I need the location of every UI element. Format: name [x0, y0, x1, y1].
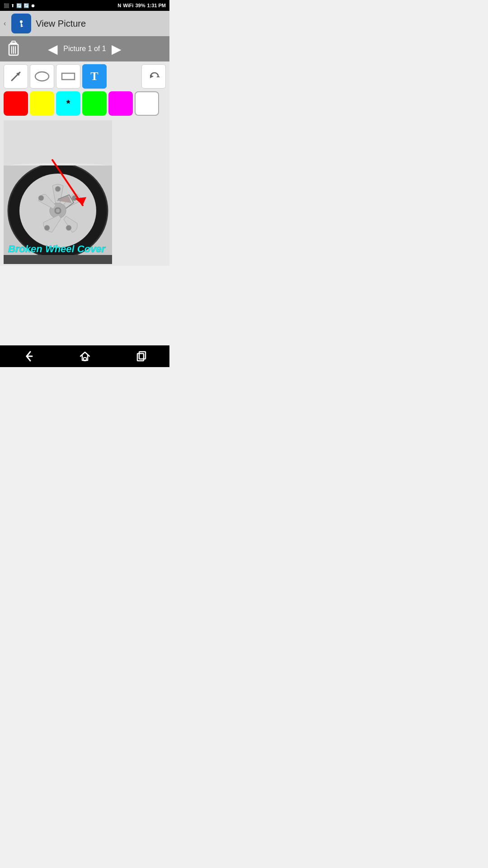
status-icon-1: ⬛	[4, 3, 9, 8]
app-header: ‹ View Picture	[0, 11, 169, 36]
svg-point-26	[44, 225, 50, 231]
trash-icon	[6, 41, 21, 57]
svg-rect-36	[139, 352, 145, 359]
status-right-icons: N WiFi 39% 1:31 PM	[117, 3, 166, 8]
status-bar: ⬛ ⬆ 🔄 🔄 ⏺ N WiFi 39% 1:31 PM	[0, 0, 169, 11]
svg-point-27	[38, 195, 44, 201]
battery-percent: 39%	[135, 3, 145, 8]
rect-tool-icon	[60, 70, 76, 83]
wheel-image-svg: Broken Wheel Cover	[4, 120, 112, 264]
status-icon-3: 🔄	[16, 3, 22, 8]
back-nav-icon	[22, 350, 35, 363]
right-empty-area	[112, 120, 166, 264]
toolbar: T *	[0, 61, 169, 118]
svg-point-22	[56, 209, 60, 212]
wifi-icon: WiFi	[123, 3, 133, 8]
picture-navigation: ◀ Picture 1 of 1 ▶	[48, 42, 121, 57]
svg-rect-14	[62, 73, 75, 80]
tool-buttons-row: T	[4, 64, 166, 89]
svg-point-25	[66, 225, 71, 231]
nfc-icon: N	[117, 3, 121, 8]
undo-icon	[147, 70, 160, 83]
arrow-tool-icon	[9, 70, 22, 83]
color-cyan-button[interactable]: *	[56, 91, 80, 116]
app-title: View Picture	[36, 19, 86, 29]
svg-point-13	[35, 72, 49, 81]
ellipse-tool-icon	[34, 70, 50, 83]
svg-rect-29	[4, 255, 112, 264]
rect-tool-button[interactable]	[56, 64, 80, 89]
ellipse-tool-button[interactable]	[30, 64, 54, 89]
status-icon-2: ⬆	[11, 3, 14, 8]
svg-rect-4	[21, 24, 23, 25]
nav-bar: ◀ Picture 1 of 1 ▶	[0, 36, 169, 61]
home-nav-button[interactable]	[76, 347, 94, 365]
color-yellow-button[interactable]	[30, 91, 54, 116]
status-icon-5: ⏺	[31, 3, 35, 8]
arrow-tool-button[interactable]	[4, 64, 28, 89]
recents-nav-icon	[135, 350, 148, 363]
status-icon-4: 🔄	[23, 3, 29, 8]
svg-rect-6	[12, 41, 15, 43]
text-tool-icon: T	[90, 70, 98, 83]
svg-rect-35	[137, 354, 144, 361]
app-icon	[11, 14, 31, 33]
recents-nav-button[interactable]	[132, 347, 150, 365]
key-icon	[15, 18, 27, 29]
home-nav-icon	[79, 350, 91, 363]
back-nav-button[interactable]	[19, 347, 38, 365]
color-magenta-button[interactable]	[108, 91, 133, 116]
delete-button[interactable]	[5, 40, 22, 58]
color-green-button[interactable]	[82, 91, 107, 116]
prev-button[interactable]: ◀	[48, 42, 58, 57]
color-white-button[interactable]	[135, 91, 159, 116]
svg-marker-15	[150, 75, 154, 78]
image-container[interactable]: Broken Wheel Cover	[4, 120, 112, 264]
back-button[interactable]: ‹	[4, 19, 6, 28]
text-tool-button[interactable]: T	[82, 64, 107, 89]
svg-rect-3	[21, 26, 23, 27]
picture-counter: Picture 1 of 1	[63, 45, 106, 53]
svg-text:Broken Wheel Cover: Broken Wheel Cover	[8, 243, 106, 255]
bottom-nav	[0, 345, 169, 367]
main-content: Broken Wheel Cover	[0, 118, 169, 266]
status-left-icons: ⬛ ⬆ 🔄 🔄 ⏺	[4, 3, 35, 8]
svg-point-23	[55, 186, 61, 192]
next-button[interactable]: ▶	[112, 42, 122, 57]
undo-button[interactable]	[141, 64, 166, 89]
time-display: 1:31 PM	[147, 3, 166, 8]
color-red-button[interactable]	[4, 91, 28, 116]
svg-point-1	[20, 20, 23, 23]
color-palette: *	[4, 91, 166, 116]
